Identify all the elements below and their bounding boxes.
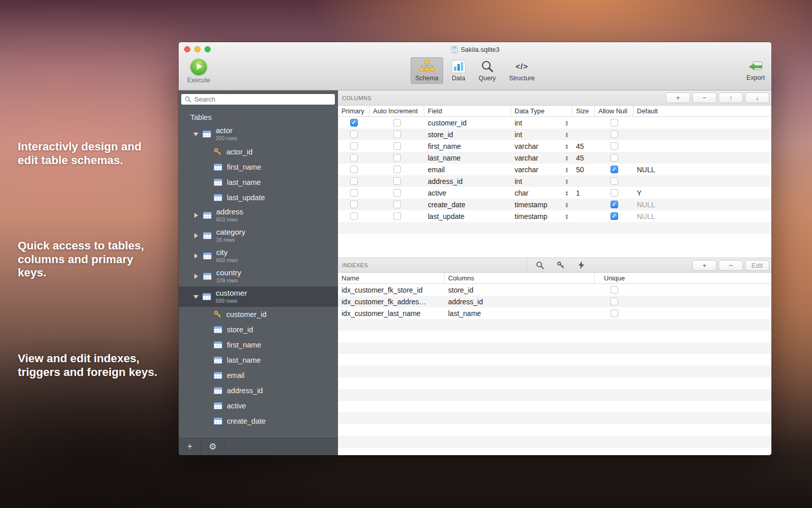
allow-null-checkbox[interactable] bbox=[611, 177, 618, 185]
tab-query[interactable]: Query bbox=[474, 57, 500, 84]
primary-checkbox[interactable] bbox=[350, 201, 358, 208]
stepper-icon[interactable] bbox=[565, 120, 568, 126]
remove-index-button[interactable]: − bbox=[719, 260, 743, 271]
auto-increment-checkbox[interactable] bbox=[393, 154, 401, 162]
data-type-cell[interactable]: varchar bbox=[511, 152, 572, 164]
add-column-button[interactable]: + bbox=[666, 92, 690, 103]
default-cell[interactable]: NULL bbox=[633, 164, 771, 175]
data-type-cell[interactable]: char bbox=[511, 187, 572, 199]
move-column-up-button[interactable]: ↑ bbox=[719, 92, 743, 103]
sidebar-column-last-name[interactable]: last_name bbox=[179, 175, 338, 190]
sidebar-column-create-date[interactable]: create_date bbox=[179, 414, 338, 429]
sidebar-table-customer[interactable]: customer 599 rows bbox=[179, 287, 338, 307]
default-cell[interactable] bbox=[633, 175, 771, 187]
table-row[interactable]: store_id int bbox=[338, 129, 771, 140]
unique-checkbox[interactable] bbox=[611, 309, 618, 317]
stepper-icon[interactable] bbox=[565, 132, 568, 138]
index-row[interactable]: idx_customer_fk_addres… address_id bbox=[338, 296, 771, 307]
index-name-cell[interactable]: idx_customer_fk_store_id bbox=[338, 284, 445, 296]
primary-checkbox[interactable] bbox=[350, 119, 358, 126]
auto-increment-checkbox[interactable] bbox=[393, 177, 401, 185]
default-cell[interactable] bbox=[633, 152, 771, 164]
size-cell[interactable] bbox=[572, 175, 595, 187]
allow-null-checkbox[interactable] bbox=[611, 119, 618, 126]
primary-checkbox[interactable] bbox=[350, 166, 358, 173]
sidebar-table-city[interactable]: city 600 rows bbox=[179, 246, 338, 266]
disclosure-open-icon[interactable] bbox=[193, 295, 198, 299]
default-cell[interactable]: NULL bbox=[633, 199, 771, 210]
index-name-cell[interactable]: idx_customer_fk_addres… bbox=[338, 296, 445, 307]
unique-checkbox[interactable] bbox=[611, 286, 618, 294]
unique-checkbox[interactable] bbox=[611, 298, 618, 305]
index-row[interactable]: idx_customer_fk_store_id store_id bbox=[338, 284, 771, 296]
index-trigger-icon[interactable] bbox=[577, 261, 586, 269]
size-cell[interactable] bbox=[572, 210, 595, 222]
titlebar[interactable]: Sakila.sqlite3 bbox=[179, 42, 771, 56]
sidebar-column-last-update[interactable]: last_update bbox=[179, 190, 338, 205]
search-input[interactable] bbox=[181, 93, 335, 105]
primary-checkbox[interactable] bbox=[350, 131, 358, 138]
sidebar-table-actor[interactable]: actor 200 rows bbox=[179, 124, 338, 144]
index-key-icon[interactable] bbox=[556, 261, 565, 269]
allow-null-checkbox[interactable] bbox=[611, 201, 618, 208]
table-row[interactable]: address_id int bbox=[338, 175, 771, 187]
disclosure-closed-icon[interactable] bbox=[194, 253, 198, 259]
export-button[interactable]: Export bbox=[747, 58, 765, 81]
size-cell[interactable]: 45 bbox=[572, 152, 595, 164]
table-row[interactable]: last_name varchar 45 bbox=[338, 152, 771, 164]
field-cell[interactable]: first_name bbox=[424, 140, 511, 152]
primary-checkbox[interactable] bbox=[350, 154, 358, 162]
auto-increment-checkbox[interactable] bbox=[393, 166, 401, 173]
sidebar-column-actor-id[interactable]: actor_id bbox=[179, 144, 338, 160]
data-type-cell[interactable]: timestamp bbox=[511, 199, 572, 210]
index-columns-cell[interactable]: last_name bbox=[445, 307, 595, 319]
add-table-button[interactable]: + bbox=[179, 438, 201, 455]
sidebar-column-customer-id[interactable]: customer_id bbox=[179, 307, 338, 322]
primary-checkbox[interactable] bbox=[350, 212, 358, 220]
sidebar-column-store-id[interactable]: store_id bbox=[179, 322, 338, 337]
allow-null-checkbox[interactable] bbox=[611, 142, 618, 150]
allow-null-checkbox[interactable] bbox=[611, 212, 618, 220]
stepper-icon[interactable] bbox=[565, 143, 568, 149]
sidebar-column-email[interactable]: email bbox=[179, 368, 338, 383]
sidebar-table-address[interactable]: address 603 rows bbox=[179, 205, 338, 226]
table-row[interactable]: first_name varchar 45 bbox=[338, 140, 771, 152]
default-cell[interactable] bbox=[633, 117, 771, 129]
table-row[interactable]: customer_id int bbox=[338, 117, 771, 129]
primary-checkbox[interactable] bbox=[350, 189, 358, 197]
size-cell[interactable]: 45 bbox=[572, 140, 595, 152]
move-column-down-button[interactable]: ↓ bbox=[745, 92, 769, 103]
table-row[interactable]: email varchar 50 NULL bbox=[338, 164, 771, 175]
size-cell[interactable] bbox=[572, 199, 595, 210]
sidebar-column-first-name[interactable]: first_name bbox=[179, 160, 338, 175]
index-name-cell[interactable]: idx_customer_last_name bbox=[338, 307, 445, 319]
disclosure-closed-icon[interactable] bbox=[194, 274, 198, 279]
edit-index-button[interactable]: Edit bbox=[745, 260, 769, 271]
allow-null-checkbox[interactable] bbox=[611, 166, 618, 173]
stepper-icon[interactable] bbox=[565, 202, 568, 208]
auto-increment-checkbox[interactable] bbox=[393, 131, 401, 138]
default-cell[interactable] bbox=[633, 140, 771, 152]
field-cell[interactable]: store_id bbox=[424, 129, 511, 140]
auto-increment-checkbox[interactable] bbox=[393, 189, 401, 197]
sidebar-table-country[interactable]: country 109 rows bbox=[179, 266, 338, 287]
primary-checkbox[interactable] bbox=[350, 142, 358, 150]
sidebar-table-category[interactable]: category 16 rows bbox=[179, 226, 338, 246]
sidebar-column-last-name[interactable]: last_name bbox=[179, 353, 338, 368]
gear-icon[interactable]: ⚙ bbox=[201, 438, 224, 455]
tab-data[interactable]: Data bbox=[447, 57, 470, 84]
default-cell[interactable]: NULL bbox=[633, 210, 771, 222]
size-cell[interactable] bbox=[572, 117, 595, 129]
data-type-cell[interactable]: int bbox=[511, 175, 572, 187]
tab-structure[interactable]: </> Structure bbox=[504, 57, 539, 84]
sidebar-column-first-name[interactable]: first_name bbox=[179, 337, 338, 353]
default-cell[interactable] bbox=[633, 129, 771, 140]
data-type-cell[interactable]: varchar bbox=[511, 140, 572, 152]
index-columns-cell[interactable]: address_id bbox=[445, 296, 595, 307]
table-row[interactable]: active char 1 Y bbox=[338, 187, 771, 199]
auto-increment-checkbox[interactable] bbox=[393, 212, 401, 220]
allow-null-checkbox[interactable] bbox=[611, 154, 618, 162]
data-type-cell[interactable]: varchar bbox=[511, 164, 572, 175]
auto-increment-checkbox[interactable] bbox=[393, 142, 401, 150]
allow-null-checkbox[interactable] bbox=[611, 131, 618, 138]
